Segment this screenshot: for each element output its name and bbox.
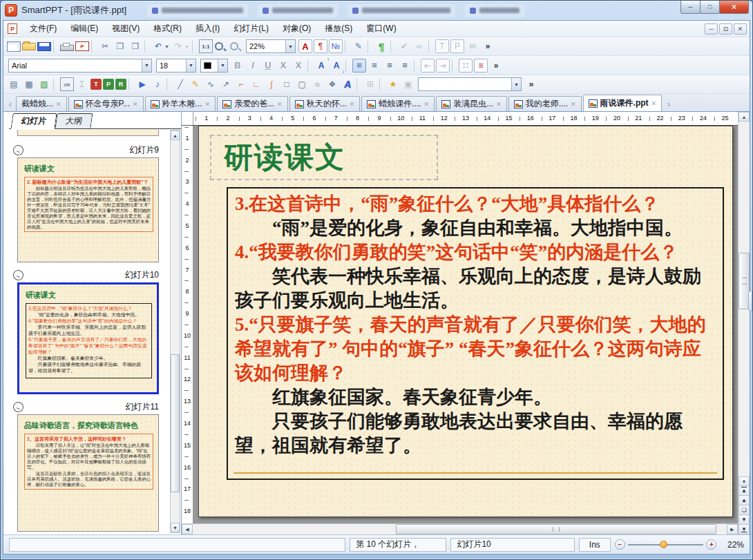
tab-close-icon[interactable]: ✕ (56, 101, 61, 108)
expand-animations-icon[interactable]: → (12, 269, 25, 282)
tab-scroll-right-icon[interactable]: › (663, 97, 674, 110)
close-button[interactable]: ✕ (719, 1, 749, 14)
italic-icon[interactable]: I (246, 59, 260, 73)
line-tool-icon[interactable]: ╱ (173, 77, 187, 91)
tab-close-icon[interactable]: ✕ (424, 101, 430, 108)
rectangle-tool-icon[interactable]: □ (280, 77, 294, 91)
slide-page[interactable]: 研读课文 3.在这首诗中，“雨”象征什么？“大地”具体指什么？“雨”是爱的化身，… (198, 126, 733, 517)
chevron-down-icon[interactable]: ▼ (186, 59, 196, 72)
chevron-down-icon[interactable]: ▼ (142, 59, 151, 72)
crop-icon[interactable]: ▣ (401, 77, 415, 91)
tab-outline[interactable]: 大纲 (55, 113, 93, 128)
insert-formula-icon[interactable]: Σ (75, 77, 89, 91)
insert-tdoc-icon[interactable]: T (90, 79, 102, 90)
paragraph-settings-icon[interactable]: ¶ (314, 39, 327, 53)
connector-elbow-icon[interactable]: ∟ (249, 77, 263, 91)
t-template-icon[interactable]: T (435, 39, 449, 53)
align-center-icon[interactable]: ≡ (368, 59, 381, 73)
document-tab[interactable]: 秋天的怀... ✕ (289, 96, 361, 111)
subscript-icon[interactable]: X (292, 59, 305, 73)
justify-icon[interactable]: ≡ (398, 59, 412, 73)
superscript-icon[interactable]: X (276, 59, 290, 73)
menu-item[interactable]: 编辑(E) (64, 21, 105, 37)
cut-icon[interactable]: ✂ (98, 39, 112, 53)
insert-audio-icon[interactable]: ♪ (151, 77, 164, 91)
menu-item[interactable]: 视图(V) (105, 21, 146, 37)
arrow-tool-icon[interactable]: ↗ (219, 77, 233, 91)
menu-item[interactable]: 格式(R) (146, 21, 189, 37)
document-tab[interactable]: 怀念母亲P... ✕ (68, 96, 144, 111)
slide-11-thumbnail[interactable]: 品味诗歌语言，探究诗歌语言特色 1、这首诗采用了拟人手法，这样写好在哪里？ 诗歌… (17, 414, 159, 532)
background-tab[interactable] (258, 4, 338, 17)
group-icon[interactable]: ⊞ (363, 77, 377, 91)
ellipse-tool-icon[interactable]: ○ (310, 77, 324, 91)
expand-animations-icon[interactable]: → (12, 144, 25, 157)
scroll-right-icon[interactable]: ▶ (727, 524, 738, 534)
shape-style-combo[interactable]: ▼ (418, 77, 522, 91)
mdi-restore-button[interactable]: ⊡ (719, 23, 732, 35)
insert-textbox-icon[interactable]: ▤ (7, 77, 21, 91)
sidebar-scrollbar[interactable]: ▲ ▼ (170, 130, 180, 533)
tab-slides[interactable]: 幻灯片 (10, 113, 57, 129)
menu-item[interactable]: 播放(S) (318, 21, 359, 37)
scroll-up-icon[interactable]: ▲ (738, 112, 750, 122)
menu-item[interactable]: 窗口(W) (359, 21, 403, 37)
document-tab[interactable]: 截蜡烛... ✕ (16, 96, 67, 111)
actual-size-icon[interactable]: 1:1 (199, 39, 213, 53)
document-tab[interactable]: 雨说课件.ppt ✕ (583, 95, 663, 111)
star-effect-icon[interactable]: ★ (386, 77, 400, 91)
zoom-slider-track[interactable] (628, 544, 704, 545)
redo-dropdown-icon[interactable]: ▾ (184, 39, 190, 53)
tab-close-icon[interactable]: ✕ (350, 101, 355, 108)
tab-close-icon[interactable]: ✕ (133, 101, 138, 108)
partial-thumbnail[interactable] (17, 130, 159, 136)
wordart-icon[interactable]: A (341, 77, 354, 91)
maximize-button[interactable]: □ (700, 1, 720, 14)
bold-icon[interactable]: B (231, 59, 245, 73)
send-mail-icon[interactable]: ✉ (466, 39, 479, 53)
format-brush-icon[interactable]: ✎ (352, 39, 365, 53)
slide-sorter-button[interactable]: ❏ (738, 505, 750, 515)
pane-splitter[interactable] (748, 291, 752, 311)
minimize-button[interactable]: ─ (680, 1, 700, 14)
scroll-down-icon[interactable]: ▼ (171, 523, 180, 532)
insert-ole-icon[interactable]: ole (60, 77, 74, 91)
numbered-list-icon[interactable]: ≡ (474, 59, 488, 73)
shrink-font-icon[interactable]: A (330, 59, 343, 73)
insert-table-icon[interactable]: ▦ (22, 77, 36, 91)
align-right-icon[interactable]: ≡ (383, 59, 397, 73)
slide-title-placeholder[interactable]: 研读课文 (210, 135, 438, 180)
menu-item[interactable]: 插入(I) (189, 21, 227, 37)
font-size-combo[interactable]: 18 ▼ (156, 59, 196, 73)
font-color-icon[interactable]: A (298, 39, 312, 53)
scroll-up-icon[interactable]: ▲ (171, 131, 180, 140)
undo-dropdown-icon[interactable]: ▾ (164, 39, 170, 53)
overflow-chevron-icon[interactable]: » (524, 77, 538, 91)
pdf-export-icon[interactable]: P (75, 41, 89, 51)
document-tab[interactable]: 羚羊木雕... ✕ (145, 96, 216, 111)
insert-image-icon[interactable]: ▧ (37, 77, 51, 91)
background-tab[interactable] (147, 4, 248, 17)
menu-item[interactable]: 对象(O) (276, 21, 318, 37)
zoom-out-button[interactable]: − (615, 539, 625, 550)
chevron-down-icon[interactable]: ▼ (511, 78, 521, 90)
mdi-minimize-button[interactable]: ─ (705, 23, 718, 35)
background-tab[interactable] (465, 4, 524, 17)
shapes-tool-icon[interactable]: ❖ (325, 77, 339, 91)
connector-curve-icon[interactable]: ∫ (265, 77, 278, 91)
tab-close-icon[interactable]: ✕ (571, 101, 576, 108)
chevron-down-icon[interactable]: ▼ (218, 59, 227, 72)
grow-font-icon[interactable]: A (314, 59, 328, 73)
freehand-tool-icon[interactable]: ✎ (189, 77, 202, 91)
zoom-area-icon[interactable] (214, 41, 228, 51)
tab-close-icon[interactable]: ✕ (277, 101, 283, 108)
pilcrow-icon[interactable]: ¶ (374, 39, 388, 53)
undo-icon[interactable]: ↶ (151, 39, 165, 53)
paste-icon[interactable]: ❒ (128, 39, 142, 53)
redo-icon[interactable]: ↷ (171, 39, 185, 53)
zoom-slider[interactable]: − + (615, 539, 717, 550)
bullet-list-icon[interactable]: ∷ (459, 59, 473, 73)
zoom-combo[interactable]: 22% ▼ (246, 39, 296, 53)
scroll-left-icon[interactable]: ◀ (182, 524, 193, 534)
zoom-slider-thumb[interactable] (660, 541, 667, 548)
